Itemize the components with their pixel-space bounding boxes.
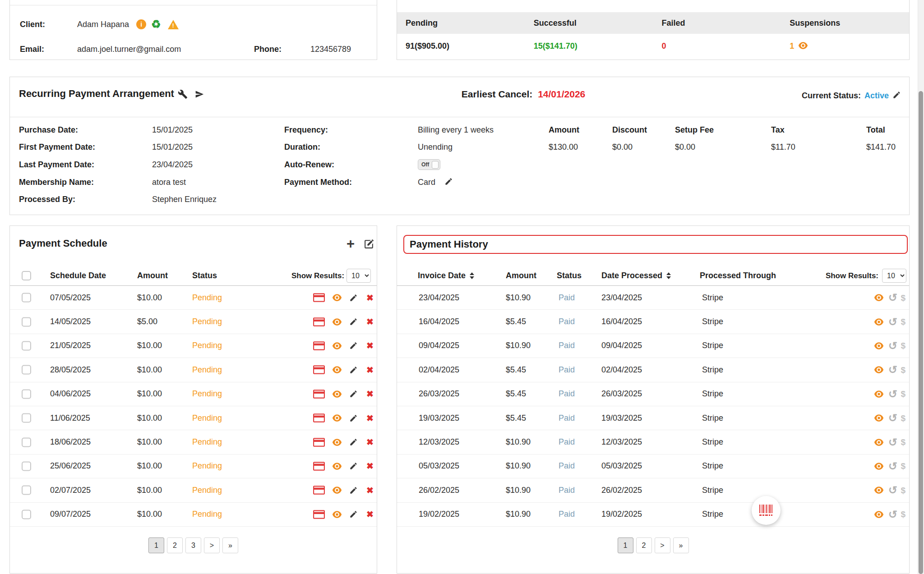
refund-dollar-icon[interactable]: $ — [901, 455, 906, 478]
page-button[interactable]: > — [204, 537, 220, 553]
page-button[interactable]: 3 — [185, 537, 201, 553]
view-eye-icon[interactable] — [332, 478, 342, 502]
edit-pencil-icon[interactable] — [349, 430, 358, 454]
retry-refresh-icon[interactable]: ↺ — [888, 358, 897, 381]
view-eye-icon[interactable] — [874, 430, 884, 454]
page-button[interactable]: » — [673, 537, 689, 553]
row-checkbox[interactable] — [22, 510, 31, 519]
warning-icon[interactable]: ! — [168, 20, 179, 29]
edit-schedule-icon[interactable] — [363, 239, 374, 251]
edit-pencil-icon[interactable] — [349, 455, 358, 478]
row-checkbox[interactable] — [22, 389, 31, 399]
edit-pencil-icon[interactable] — [349, 478, 358, 502]
retry-refresh-icon[interactable]: ↺ — [888, 430, 897, 454]
charge-card-icon[interactable] — [313, 503, 325, 526]
view-eye-icon[interactable] — [332, 310, 342, 333]
view-eye-icon[interactable] — [874, 382, 884, 406]
auto-renew-toggle[interactable]: Off — [418, 159, 440, 170]
view-eye-icon[interactable] — [874, 406, 884, 430]
view-eye-icon[interactable] — [874, 455, 884, 478]
view-eye-icon[interactable] — [874, 358, 884, 381]
retry-refresh-icon[interactable]: ↺ — [888, 478, 897, 502]
page-button[interactable]: > — [655, 537, 670, 553]
edit-pencil-icon[interactable] — [349, 310, 358, 333]
row-checkbox[interactable] — [22, 317, 31, 326]
retry-refresh-icon[interactable]: ↺ — [888, 455, 897, 478]
charge-card-icon[interactable] — [313, 310, 325, 333]
header-invoice-date[interactable]: Invoice Date — [418, 266, 474, 286]
charge-card-icon[interactable] — [313, 478, 325, 502]
retry-refresh-icon[interactable]: ↺ — [888, 406, 897, 430]
delete-icon[interactable]: ✖ — [366, 455, 374, 478]
row-checkbox[interactable] — [22, 341, 31, 350]
edit-pencil-icon[interactable] — [349, 406, 358, 430]
retry-refresh-icon[interactable]: ↺ — [888, 503, 897, 526]
refund-dollar-icon[interactable]: $ — [901, 358, 906, 381]
refund-dollar-icon[interactable]: $ — [901, 503, 906, 526]
delete-icon[interactable]: ✖ — [366, 503, 374, 526]
view-eye-icon[interactable] — [332, 286, 342, 309]
row-checkbox[interactable] — [22, 437, 31, 447]
page-button[interactable]: 1 — [618, 537, 633, 553]
delete-icon[interactable]: ✖ — [366, 310, 374, 333]
edit-pencil-icon[interactable] — [349, 358, 358, 381]
view-eye-icon[interactable] — [874, 310, 884, 333]
view-eye-icon[interactable] — [332, 430, 342, 454]
retry-refresh-icon[interactable]: ↺ — [888, 382, 897, 406]
row-checkbox[interactable] — [22, 486, 31, 495]
edit-pencil-icon[interactable] — [349, 334, 358, 358]
barcode-fab-button[interactable] — [752, 496, 781, 525]
row-checkbox[interactable] — [22, 365, 31, 375]
charge-card-icon[interactable] — [313, 358, 325, 381]
scrollbar-thumb[interactable] — [919, 91, 923, 574]
page-button[interactable]: » — [222, 537, 238, 553]
view-eye-icon[interactable] — [332, 406, 342, 430]
send-icon[interactable] — [195, 90, 204, 100]
view-eye-icon[interactable] — [874, 478, 884, 502]
refund-dollar-icon[interactable]: $ — [901, 406, 906, 430]
refund-icon[interactable]: ♻ — [151, 19, 161, 30]
charge-card-icon[interactable] — [313, 334, 325, 358]
view-eye-icon[interactable] — [332, 358, 342, 381]
delete-icon[interactable]: ✖ — [366, 286, 374, 309]
refund-dollar-icon[interactable]: $ — [901, 334, 906, 358]
retry-refresh-icon[interactable]: ↺ — [888, 286, 897, 309]
view-eye-icon[interactable] — [332, 382, 342, 406]
delete-icon[interactable]: ✖ — [366, 478, 374, 502]
retry-refresh-icon[interactable]: ↺ — [888, 310, 897, 333]
charge-card-icon[interactable] — [313, 455, 325, 478]
row-checkbox[interactable] — [22, 413, 31, 423]
delete-icon[interactable]: ✖ — [366, 334, 374, 358]
edit-pencil-icon[interactable] — [349, 503, 358, 526]
edit-status-pencil-icon[interactable] — [892, 91, 901, 101]
header-date-processed[interactable]: Date Processed — [601, 266, 671, 286]
row-checkbox[interactable] — [22, 461, 31, 471]
add-schedule-icon[interactable]: + — [346, 237, 355, 251]
page-size-select[interactable]: 10 — [346, 269, 371, 283]
view-suspensions-eye-icon[interactable] — [798, 42, 808, 51]
charge-card-icon[interactable] — [313, 286, 325, 309]
view-eye-icon[interactable] — [332, 455, 342, 478]
edit-payment-method-pencil-icon[interactable] — [444, 177, 453, 187]
delete-icon[interactable]: ✖ — [366, 430, 374, 454]
page-button[interactable]: 2 — [636, 537, 652, 553]
refund-dollar-icon[interactable]: $ — [901, 382, 906, 406]
view-eye-icon[interactable] — [874, 503, 884, 526]
view-eye-icon[interactable] — [874, 286, 884, 309]
page-button[interactable]: 2 — [167, 537, 183, 553]
tools-icon[interactable] — [178, 89, 188, 101]
refund-dollar-icon[interactable]: $ — [901, 286, 906, 309]
info-icon[interactable]: i — [136, 19, 146, 29]
page-size-select[interactable]: 10 — [882, 269, 906, 283]
refund-dollar-icon[interactable]: $ — [901, 430, 906, 454]
page-button[interactable]: 1 — [148, 537, 164, 553]
view-eye-icon[interactable] — [874, 334, 884, 358]
row-checkbox[interactable] — [22, 293, 31, 303]
select-all-checkbox[interactable] — [22, 271, 31, 280]
charge-card-icon[interactable] — [313, 382, 325, 406]
refund-dollar-icon[interactable]: $ — [901, 310, 906, 333]
delete-icon[interactable]: ✖ — [366, 382, 374, 406]
charge-card-icon[interactable] — [313, 406, 325, 430]
refund-dollar-icon[interactable]: $ — [901, 478, 906, 502]
charge-card-icon[interactable] — [313, 430, 325, 454]
